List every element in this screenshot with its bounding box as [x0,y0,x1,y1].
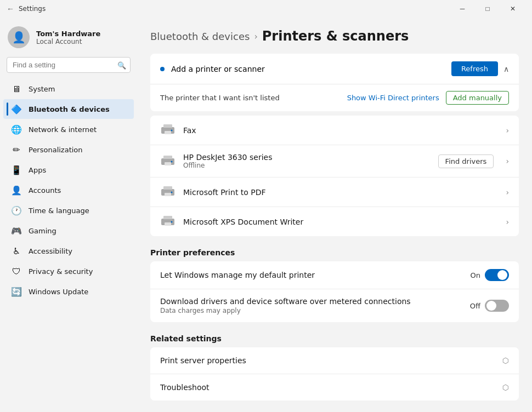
not-listed-row: The printer that I want isn't listed Sho… [150,84,519,111]
printer-row[interactable]: Fax › [150,116,519,145]
toggle-button[interactable] [485,269,509,281]
collapse-button[interactable]: ∧ [503,65,509,73]
pref-label: Let Windows manage my default printer [160,271,464,279]
preferences-items: Let Windows manage my default printer On… [150,261,519,322]
printer-name: Microsoft XPS Document Writer [183,218,498,226]
pref-info: Download drivers and device software ove… [160,297,463,314]
nav-label-bluetooth: Bluetooth & devices [29,105,110,113]
printer-status: Offline [183,162,431,169]
nav-label-accessibility: Accessibility [29,247,72,255]
svg-point-3 [171,130,173,131]
related-row[interactable]: Troubleshoot ⬡ [150,374,519,400]
nav-item-network[interactable]: 🌐 Network & internet [3,119,134,139]
related-card: Print server properties ⬡ Troubleshoot ⬡ [150,347,519,400]
svg-point-15 [171,221,173,223]
titlebar-title: Settings [19,5,450,13]
breadcrumb-separator: › [254,31,257,42]
minimize-button[interactable]: ─ [450,0,475,18]
printer-info: Microsoft XPS Document Writer [183,218,498,226]
breadcrumb-current: Printers & scanners [262,28,409,44]
svg-rect-13 [163,216,172,219]
add-printer-header: Add a printer or scanner Refresh ∧ [150,54,519,84]
user-name: Tom's Hardware [36,30,100,38]
nav-item-personalization[interactable]: ✏️ Personalization [3,140,134,159]
refresh-button[interactable]: Refresh [451,61,498,76]
nav-label-personalization: Personalization [29,146,83,154]
nav-item-privacy[interactable]: 🛡 Privacy & security [3,261,134,281]
nav-label-gaming: Gaming [29,227,56,235]
nav-icon-accounts: 👤 [11,185,22,196]
svg-rect-5 [163,156,172,159]
nav-list: 🖥 System 🔷 Bluetooth & devices 🌐 Network… [0,78,137,302]
printers-list-card: Fax › HP DeskJet 3630 series Offline Fin… [150,116,519,236]
nav-label-windows-update: Windows Update [29,288,88,296]
printer-icon [160,185,176,199]
related-row[interactable]: Print server properties ⬡ [150,347,519,374]
search-icon: 🔍 [117,61,126,69]
svg-rect-6 [165,162,171,165]
printer-name: HP DeskJet 3630 series [183,153,431,162]
external-link-icon: ⬡ [502,356,509,365]
user-info: Tom's Hardware Local Account [36,30,100,45]
printer-row[interactable]: Microsoft Print to PDF › [150,178,519,207]
toggle-wrap: Off [470,300,509,312]
chevron-right-icon: › [506,188,509,197]
nav-item-gaming[interactable]: 🎮 Gaming [3,221,134,241]
nav-item-apps[interactable]: 📱 Apps [3,160,134,180]
pref-sub: Data charges may apply [160,307,463,314]
svg-rect-9 [163,186,172,190]
printer-info: HP DeskJet 3630 series Offline [183,153,431,169]
spinner-dot [160,67,165,71]
user-profile: 👤 Tom's Hardware Local Account [0,18,137,55]
printer-name: Microsoft Print to PDF [183,188,498,197]
search-input[interactable] [7,57,131,73]
svg-rect-10 [165,193,171,196]
nav-icon-windows-update: 🔄 [11,286,22,297]
nav-icon-apps: 📱 [11,164,22,175]
search-box[interactable]: 🔍 [7,57,131,73]
nav-icon-privacy: 🛡 [11,266,22,277]
printer-icon [160,154,176,168]
add-manually-button[interactable]: Add manually [446,91,509,105]
nav-item-time[interactable]: 🕐 Time & language [3,201,134,220]
back-button[interactable]: ← [7,4,14,13]
related-text: Troubleshoot [160,383,496,392]
preference-row: Let Windows manage my default printer On [150,261,519,289]
wifi-direct-link[interactable]: Show Wi-Fi Direct printers [347,94,439,102]
nav-icon-network: 🌐 [11,124,22,135]
nav-item-system[interactable]: 🖥 System [3,79,134,99]
breadcrumb: Bluetooth & devices › Printers & scanner… [150,28,519,44]
not-listed-text: The printer that I want isn't listed [160,94,341,102]
nav-label-privacy: Privacy & security [29,267,93,276]
nav-icon-accessibility: ♿ [11,245,22,256]
chevron-right-icon: › [506,126,509,135]
avatar: 👤 [8,26,30,48]
nav-item-accounts[interactable]: 👤 Accounts [3,180,134,200]
svg-rect-2 [165,131,171,134]
preference-row: Download drivers and device software ove… [150,289,519,322]
nav-item-windows-update[interactable]: 🔄 Windows Update [3,282,134,301]
add-printer-title: Add a printer or scanner [171,65,451,73]
printers-list: Fax › HP DeskJet 3630 series Offline Fin… [150,116,519,236]
related-items: Print server properties ⬡ Troubleshoot ⬡ [150,347,519,400]
find-drivers-button[interactable]: Find drivers [438,154,494,168]
nav-item-accessibility[interactable]: ♿ Accessibility [3,241,134,261]
nav-icon-system: 🖥 [11,83,22,94]
preferences-card: Let Windows manage my default printer On… [150,261,519,322]
close-button[interactable]: ✕ [500,0,525,18]
printer-name: Fax [183,126,498,135]
toggle-button[interactable] [485,300,509,312]
app-body: 👤 Tom's Hardware Local Account 🔍 🖥 Syste… [0,18,532,412]
printer-info: Fax [183,126,498,135]
nav-item-bluetooth[interactable]: 🔷 Bluetooth & devices [3,99,134,119]
nav-icon-gaming: 🎮 [11,225,22,236]
printer-row[interactable]: Microsoft XPS Document Writer › [150,207,519,236]
breadcrumb-parent[interactable]: Bluetooth & devices [150,31,250,42]
nav-label-time: Time & language [29,207,89,215]
printer-row[interactable]: HP DeskJet 3630 series Offline Find driv… [150,145,519,178]
maximize-button[interactable]: □ [475,0,500,18]
toggle-wrap: On [471,269,509,281]
nav-icon-bluetooth: 🔷 [11,104,22,115]
printer-info: Microsoft Print to PDF [183,188,498,197]
printer-icon [160,123,176,137]
